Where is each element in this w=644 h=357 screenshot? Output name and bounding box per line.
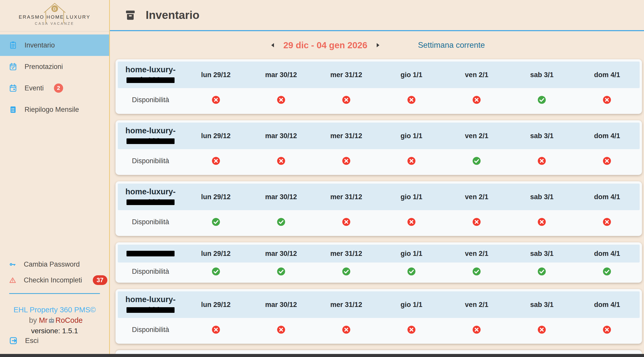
- availability-cell[interactable]: [379, 267, 444, 276]
- day-header: mer 31/12: [314, 301, 379, 309]
- day-header: lun 29/12: [183, 193, 248, 201]
- sidebar-item-label: Riepilogo Mensile: [25, 106, 79, 114]
- property-card: home-luxury-a 102lun 29/12mar 30/12mer 3…: [116, 120, 642, 175]
- availability-cell[interactable]: [379, 325, 444, 334]
- card-header-row: home-luxury-a 102lun 29/12mar 30/12mer 3…: [118, 123, 640, 149]
- availability-cell[interactable]: [314, 156, 379, 165]
- availability-cell[interactable]: [314, 325, 379, 334]
- day-header: sab 3/1: [509, 132, 574, 140]
- available-check-icon: [211, 267, 221, 276]
- available-check-icon: [277, 217, 286, 227]
- availability-label: Disponibilità: [118, 157, 183, 165]
- sidebar: D ERASMO HOME LUXURY CASA VACANZE Invent…: [0, 0, 110, 357]
- availability-cell[interactable]: [444, 217, 509, 227]
- availability-cell[interactable]: [248, 325, 314, 334]
- unavailable-cross-icon: [211, 156, 221, 165]
- availability-cell[interactable]: [444, 156, 509, 165]
- availability-cell[interactable]: [183, 325, 248, 334]
- availability-cell[interactable]: [444, 267, 509, 276]
- available-check-icon: [277, 267, 286, 276]
- previous-week-button[interactable]: [268, 40, 278, 51]
- sidebar-item-cambia-password[interactable]: Cambia Password: [0, 256, 109, 272]
- logo-subtitle: CASA VACANZE: [0, 21, 109, 26]
- availability-cell[interactable]: [574, 156, 640, 165]
- availability-cell[interactable]: [574, 217, 640, 227]
- unavailable-cross-icon: [407, 325, 416, 334]
- property-name-line1: home-luxury-: [118, 186, 183, 197]
- available-check-icon: [407, 267, 416, 276]
- unavailable-cross-icon: [342, 95, 351, 104]
- unavailable-cross-icon: [472, 217, 481, 227]
- window-bottom-edge: [0, 354, 644, 357]
- credit-line: by Mr RoCode: [0, 315, 109, 326]
- availability-cell[interactable]: [183, 156, 248, 165]
- unavailable-cross-icon: [407, 156, 416, 165]
- availability-cell[interactable]: [509, 325, 574, 334]
- availability-cell[interactable]: [314, 95, 379, 104]
- availability-cell[interactable]: [183, 95, 248, 104]
- day-header: gio 1/1: [379, 193, 444, 201]
- unavailable-cross-icon: [407, 217, 416, 227]
- sidebar-item-label: Checkin Incompleti: [24, 276, 82, 284]
- property-name-line2-wrap: a 102: [118, 136, 183, 146]
- week-range-label: 29 dic - 04 gen 2026: [283, 40, 367, 50]
- archive-icon: [124, 9, 136, 21]
- availability-cell[interactable]: [574, 95, 640, 104]
- availability-cell[interactable]: [509, 217, 574, 227]
- logout-icon: [9, 336, 18, 345]
- availability-cell[interactable]: [444, 325, 509, 334]
- availability-cell[interactable]: [248, 217, 314, 227]
- sidebar-item-checkin-incompleti[interactable]: Checkin Incompleti 37: [0, 272, 109, 288]
- app-name-link[interactable]: EHL Property 360 PMS©: [0, 305, 109, 315]
- unavailable-cross-icon: [342, 325, 351, 334]
- availability-cell[interactable]: [379, 156, 444, 165]
- availability-cell[interactable]: [248, 267, 314, 276]
- clipboard-list-icon: [9, 41, 17, 50]
- property-name-line2: a 102: [140, 136, 162, 146]
- availability-cell[interactable]: [379, 217, 444, 227]
- unavailable-cross-icon: [407, 95, 416, 104]
- sidebar-item-riepilogo-mensile[interactable]: Riepilogo Mensile: [0, 99, 109, 120]
- day-header: ven 2/1: [444, 193, 509, 201]
- next-week-button[interactable]: [372, 40, 383, 51]
- availability-label: Disponibilità: [118, 268, 183, 276]
- day-header: mar 30/12: [248, 132, 314, 140]
- arrow-right-icon: [374, 41, 382, 49]
- availability-cell[interactable]: [444, 95, 509, 104]
- availability-cell[interactable]: [183, 217, 248, 227]
- availability-cell[interactable]: [314, 217, 379, 227]
- availability-cell[interactable]: [248, 95, 314, 104]
- property-card: home-luxury-b 202lun 29/12mar 30/12mer 3…: [116, 59, 642, 114]
- available-check-icon: [472, 267, 481, 276]
- availability-cell[interactable]: [509, 156, 574, 165]
- sidebar-item-eventi[interactable]: Eventi 2: [0, 77, 109, 99]
- unavailable-cross-icon: [537, 217, 546, 227]
- unavailable-cross-icon: [277, 325, 286, 334]
- sidebar-item-prenotazioni[interactable]: Prenotazioni: [0, 56, 109, 77]
- availability-cell[interactable]: [574, 267, 640, 276]
- key-icon: [9, 260, 17, 268]
- availability-row: Disponibilità: [118, 318, 640, 341]
- availability-cell[interactable]: [379, 95, 444, 104]
- availability-cell[interactable]: [574, 325, 640, 334]
- sidebar-item-inventario[interactable]: Inventario: [0, 34, 109, 56]
- card-header-row: home-luxury-b 202lun 29/12mar 30/12mer 3…: [118, 62, 640, 88]
- availability-cell[interactable]: [509, 95, 574, 104]
- property-card: home-luxury-a 101lun 29/12mar 30/12mer 3…: [116, 289, 642, 344]
- availability-cell[interactable]: [509, 267, 574, 276]
- availability-cell[interactable]: [314, 267, 379, 276]
- unavailable-cross-icon: [211, 95, 221, 104]
- current-week-button[interactable]: Settimana corrente: [416, 40, 486, 50]
- unavailable-cross-icon: [472, 325, 481, 334]
- property-name-line1: home-luxury-: [118, 294, 183, 305]
- availability-cell[interactable]: [248, 156, 314, 165]
- property-name: home-luxury-a 101: [118, 294, 183, 315]
- partial-card-top-edge: [116, 350, 642, 354]
- day-header: lun 29/12: [183, 132, 248, 140]
- availability-label: Disponibilità: [118, 96, 183, 104]
- day-header: lun 29/12: [183, 71, 248, 79]
- logout-button[interactable]: Esci: [0, 336, 109, 345]
- page-header: Inventario: [110, 0, 644, 31]
- availability-cell[interactable]: [183, 267, 248, 276]
- card-header-row: testlun 29/12mar 30/12mer 31/12gio 1/1ve…: [118, 245, 640, 263]
